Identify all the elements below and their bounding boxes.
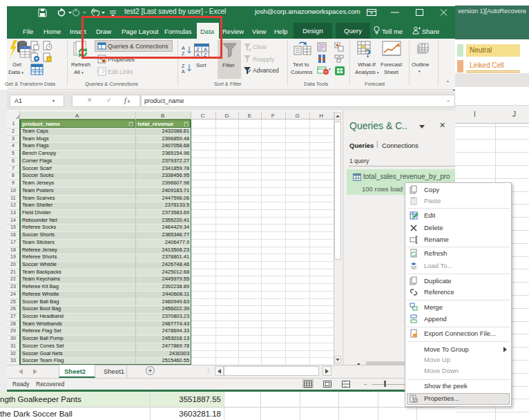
svg-text:?: ?: [365, 48, 371, 59]
svg-text:A: A: [182, 69, 185, 74]
svg-text:Z: Z: [182, 64, 185, 68]
